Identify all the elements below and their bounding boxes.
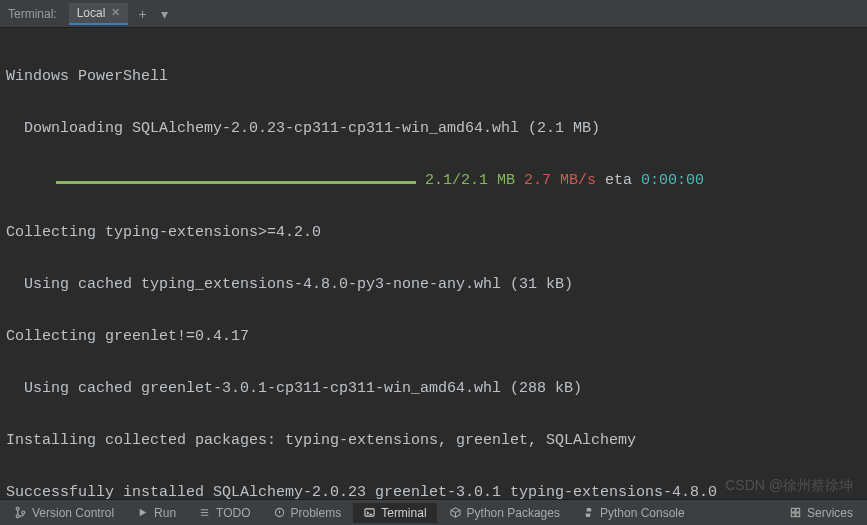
- output-line: Successfully installed SQLAlchemy-2.0.23…: [6, 480, 861, 499]
- play-icon: [136, 506, 149, 519]
- terminal-header: Terminal: Local ✕ + ▾: [0, 0, 867, 28]
- output-line: Using cached typing_extensions-4.8.0-py3…: [6, 272, 861, 298]
- tool-terminal[interactable]: Terminal: [353, 503, 436, 523]
- progress-done: 2.1/2.1 MB: [425, 172, 515, 189]
- progress-bar-icon: [56, 181, 416, 184]
- svg-point-0: [16, 507, 19, 510]
- output-line: Windows PowerShell: [6, 64, 861, 90]
- branch-icon: [14, 506, 27, 519]
- services-icon: [789, 506, 802, 519]
- tool-python-packages[interactable]: Python Packages: [439, 503, 570, 523]
- panel-title: Terminal:: [8, 7, 63, 21]
- svg-point-1: [16, 515, 19, 518]
- progress-line: 2.1/2.1 MB 2.7 MB/s eta 0:00:00: [6, 168, 861, 194]
- svg-rect-6: [796, 508, 800, 512]
- tool-version-control[interactable]: Version Control: [4, 503, 124, 523]
- terminal-tab-local[interactable]: Local ✕: [69, 3, 129, 25]
- output-line: Collecting typing-extensions>=4.2.0: [6, 220, 861, 246]
- output-line: Installing collected packages: typing-ex…: [6, 428, 861, 454]
- output-line: Using cached greenlet-3.0.1-cp311-cp311-…: [6, 376, 861, 402]
- close-icon[interactable]: ✕: [111, 6, 120, 19]
- warning-icon: [273, 506, 286, 519]
- tab-label: Local: [77, 6, 106, 20]
- package-icon: [449, 506, 462, 519]
- tool-python-console[interactable]: Python Console: [572, 503, 695, 523]
- output-line: Downloading SQLAlchemy-2.0.23-cp311-cp31…: [6, 116, 861, 142]
- output-line: Collecting greenlet!=0.4.17: [6, 324, 861, 350]
- progress-eta-label: eta: [605, 172, 632, 189]
- add-tab-button[interactable]: +: [134, 6, 150, 22]
- list-icon: [198, 506, 211, 519]
- tab-dropdown-button[interactable]: ▾: [157, 6, 172, 22]
- svg-rect-8: [796, 513, 800, 517]
- python-icon: [582, 506, 595, 519]
- svg-rect-7: [791, 513, 795, 517]
- progress-eta: 0:00:00: [641, 172, 704, 189]
- tool-todo[interactable]: TODO: [188, 503, 260, 523]
- bottom-toolbar: Version Control Run TODO Problems Termin…: [0, 499, 867, 525]
- tool-run[interactable]: Run: [126, 503, 186, 523]
- svg-rect-4: [365, 509, 374, 516]
- svg-point-2: [22, 511, 25, 514]
- terminal-output[interactable]: Windows PowerShell Downloading SQLAlchem…: [0, 28, 867, 499]
- terminal-icon: [363, 506, 376, 519]
- svg-rect-5: [791, 508, 795, 512]
- progress-speed: 2.7 MB/s: [524, 172, 596, 189]
- tool-problems[interactable]: Problems: [263, 503, 352, 523]
- tool-services[interactable]: Services: [779, 503, 863, 523]
